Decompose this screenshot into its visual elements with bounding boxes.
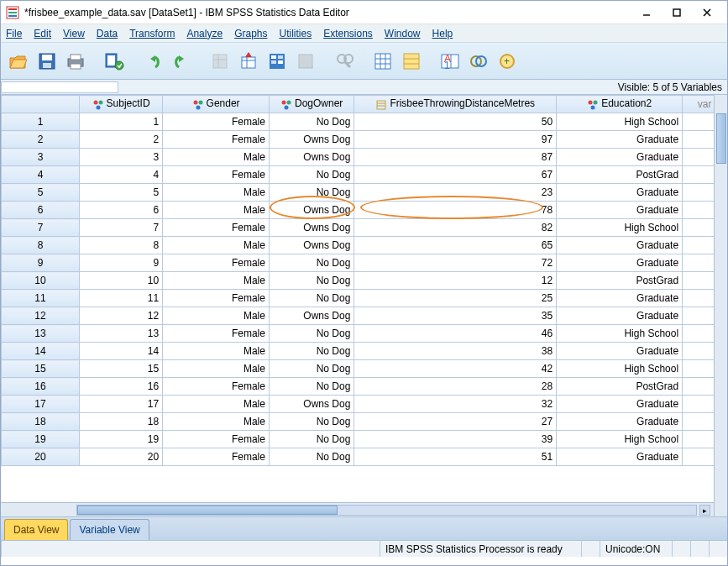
- menu-help[interactable]: Help: [432, 28, 453, 39]
- table-row[interactable]: 99FemaleNo Dog72Graduate: [2, 254, 727, 272]
- cell-education2[interactable]: High School: [557, 360, 683, 378]
- column-header-education2[interactable]: Education2: [557, 96, 683, 113]
- split-file-button[interactable]: [370, 49, 395, 74]
- cell-frisbee[interactable]: 38: [354, 343, 557, 360]
- close-button[interactable]: [692, 3, 722, 23]
- cell-gender[interactable]: Female: [163, 448, 270, 466]
- row-header[interactable]: 5: [2, 184, 80, 202]
- run-descriptives-button[interactable]: [293, 49, 318, 74]
- cell-dogowner[interactable]: Owns Dog: [269, 237, 354, 254]
- row-header[interactable]: 4: [2, 166, 80, 184]
- table-row[interactable]: 1313FemaleNo Dog46High School: [2, 325, 727, 343]
- cell-frisbee[interactable]: 50: [354, 113, 557, 131]
- cell-frisbee[interactable]: 35: [354, 307, 557, 325]
- menu-edit[interactable]: Edit: [34, 28, 51, 39]
- cell-subjectid[interactable]: 19: [79, 431, 162, 448]
- table-row[interactable]: 33MaleOwns Dog87Graduate: [2, 149, 727, 166]
- cell-frisbee[interactable]: 12: [354, 272, 557, 290]
- cell-dogowner[interactable]: Owns Dog: [269, 307, 354, 325]
- table-row[interactable]: 1212MaleOwns Dog35Graduate: [2, 307, 727, 325]
- cell-gender[interactable]: Male: [163, 343, 270, 360]
- table-row[interactable]: 66MaleOwns Dog78Graduate: [2, 202, 727, 219]
- table-row[interactable]: 2020FemaleNo Dog51Graduate: [2, 448, 727, 466]
- grid-corner[interactable]: [2, 96, 80, 113]
- menu-extensions[interactable]: Extensions: [323, 28, 373, 39]
- cell-frisbee[interactable]: 51: [354, 448, 557, 466]
- goto-case-button[interactable]: [207, 49, 233, 74]
- maximize-button[interactable]: [662, 3, 692, 23]
- row-header[interactable]: 6: [2, 202, 80, 219]
- row-header[interactable]: 14: [2, 343, 80, 360]
- cell-education2[interactable]: Graduate: [557, 307, 683, 325]
- cell-subjectid[interactable]: 13: [79, 325, 162, 343]
- tab-variable-view[interactable]: Variable View: [70, 519, 149, 540]
- row-header[interactable]: 19: [2, 431, 80, 448]
- goto-variable-button[interactable]: [236, 49, 261, 74]
- cell-education2[interactable]: Graduate: [557, 202, 683, 219]
- cell-gender[interactable]: Female: [163, 254, 270, 272]
- cell-gender[interactable]: Male: [163, 360, 270, 378]
- table-row[interactable]: 55MaleNo Dog23Graduate: [2, 184, 727, 202]
- table-row[interactable]: 88MaleOwns Dog65Graduate: [2, 237, 727, 254]
- print-button[interactable]: [63, 49, 88, 74]
- cell-frisbee[interactable]: 28: [354, 378, 557, 396]
- use-sets-button[interactable]: +: [495, 49, 520, 74]
- row-header[interactable]: 11: [2, 290, 80, 307]
- cell-dogowner[interactable]: No Dog: [269, 290, 354, 307]
- row-header[interactable]: 17: [2, 396, 80, 413]
- cell-editor[interactable]: [1, 81, 118, 93]
- table-row[interactable]: 1010MaleNo Dog12PostGrad: [2, 272, 727, 290]
- row-header[interactable]: 18: [2, 413, 80, 431]
- cell-frisbee[interactable]: 67: [354, 166, 557, 184]
- table-row[interactable]: 1414MaleNo Dog38Graduate: [2, 343, 727, 360]
- cell-gender[interactable]: Female: [163, 431, 270, 448]
- cell-subjectid[interactable]: 4: [79, 166, 162, 184]
- cell-gender[interactable]: Female: [163, 131, 270, 149]
- cell-frisbee[interactable]: 46: [354, 325, 557, 343]
- row-header[interactable]: 15: [2, 360, 80, 378]
- cell-subjectid[interactable]: 1: [79, 113, 162, 131]
- cell-education2[interactable]: High School: [557, 325, 683, 343]
- cell-education2[interactable]: High School: [557, 219, 683, 237]
- vertical-scrollbar[interactable]: [714, 95, 727, 516]
- cell-subjectid[interactable]: 5: [79, 184, 162, 202]
- cell-subjectid[interactable]: 16: [79, 378, 162, 396]
- cell-dogowner[interactable]: No Dog: [269, 431, 354, 448]
- cell-education2[interactable]: High School: [557, 113, 683, 131]
- cell-dogowner[interactable]: No Dog: [269, 166, 354, 184]
- cell-dogowner[interactable]: No Dog: [269, 448, 354, 466]
- table-row[interactable]: 11FemaleNo Dog50High School: [2, 113, 727, 131]
- cell-dogowner[interactable]: Owns Dog: [269, 149, 354, 166]
- cell-gender[interactable]: Female: [163, 113, 270, 131]
- recall-dialog-button[interactable]: [102, 49, 127, 74]
- find-button[interactable]: [332, 49, 357, 74]
- cell-subjectid[interactable]: 12: [79, 307, 162, 325]
- cell-dogowner[interactable]: No Dog: [269, 360, 354, 378]
- cell-education2[interactable]: Graduate: [557, 343, 683, 360]
- column-header-frisbee[interactable]: FrisbeeThrowingDistanceMetres: [354, 96, 557, 113]
- menu-data[interactable]: Data: [97, 28, 118, 39]
- menu-file[interactable]: File: [6, 28, 22, 39]
- cell-frisbee[interactable]: 32: [354, 396, 557, 413]
- row-header[interactable]: 10: [2, 272, 80, 290]
- tab-data-view[interactable]: Data View: [4, 519, 68, 540]
- vertical-scroll-thumb[interactable]: [716, 113, 726, 164]
- table-row[interactable]: 1919FemaleNo Dog39High School: [2, 431, 727, 448]
- cell-dogowner[interactable]: No Dog: [269, 325, 354, 343]
- table-row[interactable]: 77FemaleOwns Dog82High School: [2, 219, 727, 237]
- horizontal-scroll-thumb[interactable]: [77, 506, 338, 515]
- cell-subjectid[interactable]: 2: [79, 131, 162, 149]
- cell-subjectid[interactable]: 11: [79, 290, 162, 307]
- cell-gender[interactable]: Female: [163, 325, 270, 343]
- row-header[interactable]: 8: [2, 237, 80, 254]
- value-labels-button[interactable]: A1: [437, 49, 463, 74]
- cell-gender[interactable]: Female: [163, 290, 270, 307]
- cell-frisbee[interactable]: 42: [354, 360, 557, 378]
- cell-gender[interactable]: Male: [163, 184, 270, 202]
- menu-transform[interactable]: Transform: [129, 28, 175, 39]
- cell-education2[interactable]: Graduate: [557, 149, 683, 166]
- cell-frisbee[interactable]: 78: [354, 202, 557, 219]
- table-row[interactable]: 1616FemaleNo Dog28PostGrad: [2, 378, 727, 396]
- row-header[interactable]: 9: [2, 254, 80, 272]
- cell-frisbee[interactable]: 27: [354, 413, 557, 431]
